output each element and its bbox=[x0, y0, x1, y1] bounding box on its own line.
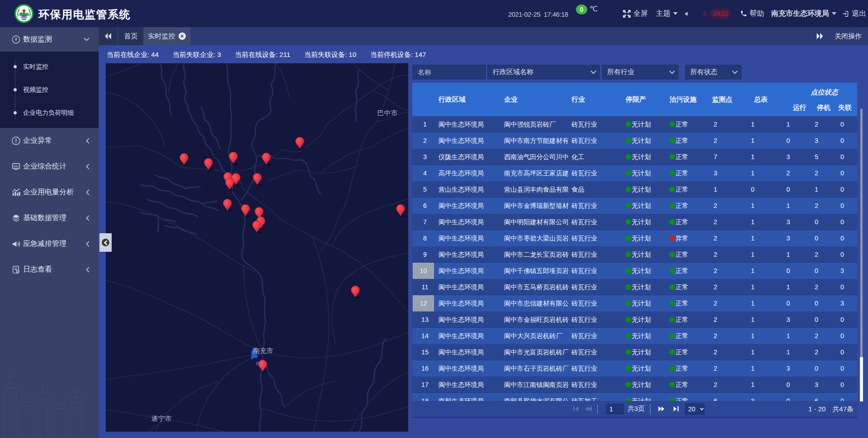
name-filter-input[interactable] bbox=[418, 68, 481, 76]
cell-text: 无计划 bbox=[632, 120, 651, 129]
sidebar-subitem-realtime[interactable]: 实时监控 bbox=[0, 55, 99, 78]
table-row[interactable]: 18南部生态环境局南部县珉华水泥有限公砖瓦加工无计划正常63060 bbox=[412, 393, 857, 401]
cell-stopped: 2 bbox=[806, 165, 827, 181]
green-status-dot-icon bbox=[670, 301, 675, 306]
table-row[interactable]: 5营山生态环境局营山县润丰肉食品有限食品无计划正常10010 bbox=[412, 181, 857, 198]
cell-text: 2 bbox=[714, 202, 717, 209]
cell-text: 2 bbox=[815, 170, 818, 177]
page-number-input[interactable] bbox=[606, 404, 624, 414]
cell-text: 5 bbox=[815, 153, 818, 160]
cell-text: 砖瓦行业 bbox=[571, 348, 597, 357]
page-size-select[interactable]: 20 bbox=[685, 403, 705, 415]
close-actions-button[interactable]: 关闭操作 bbox=[835, 32, 862, 41]
double-chevron-right-icon[interactable] bbox=[816, 33, 824, 39]
cell-text: 2 bbox=[714, 365, 717, 372]
green-status-dot-icon bbox=[626, 382, 631, 387]
cell-points: 2 bbox=[696, 311, 735, 328]
status-select[interactable]: 所有状态 bbox=[685, 65, 741, 80]
sidebar-item-logs[interactable]: 日志查看 bbox=[0, 257, 99, 283]
bullet-dot-icon bbox=[14, 111, 17, 114]
help-button[interactable]: 帮助 bbox=[740, 9, 764, 19]
cell-text: 1 bbox=[751, 153, 755, 160]
sidebar-item-company-abnormal[interactable]: 企业异常 bbox=[0, 128, 99, 154]
cell-meters: 1 bbox=[735, 132, 771, 149]
cell-text: 2 bbox=[714, 137, 717, 144]
region-select[interactable]: 行政区域名称 bbox=[487, 65, 600, 80]
tabs-scroll-left-button[interactable] bbox=[99, 27, 117, 45]
cell-text: 3 bbox=[423, 153, 427, 160]
sidebar-subitem-power-load[interactable]: 企业电力负荷明细 bbox=[0, 101, 99, 124]
cell-stopped: 2 bbox=[806, 198, 827, 214]
sidebar-item-company-stats[interactable]: 企业综合统计 bbox=[0, 154, 99, 179]
table-row[interactable]: 4高坪生态环境局南充市高坪区王家店建砖瓦行业无计划正常31220 bbox=[412, 165, 857, 181]
fullscreen-button[interactable]: 全屏 bbox=[623, 9, 648, 19]
cell-org: 仪陇生态环境局 bbox=[439, 149, 503, 165]
organization-dropdown[interactable]: 南充市生态环境局 bbox=[771, 9, 836, 19]
cell-stopped: 0 bbox=[806, 295, 827, 311]
sidebar-submenu: 实时监控 视频监控 企业电力负荷明细 bbox=[0, 52, 99, 128]
table-row[interactable]: 8阆中生态环境局阆中市枣碧大梁山页岩砖瓦行业无计划异常21300 bbox=[412, 230, 857, 246]
temperature-unit: ℃ bbox=[590, 5, 598, 13]
cell-meters: 1 bbox=[735, 214, 771, 230]
map-collapse-button[interactable] bbox=[99, 233, 112, 252]
scrollbar-thumb[interactable] bbox=[860, 357, 863, 401]
sidebar-item-data-monitoring[interactable]: 数据监测 bbox=[0, 27, 99, 52]
table-row[interactable]: 14阆中生态环境局阆中大兴页岩机砖厂砖瓦行业无计划正常21120 bbox=[412, 328, 857, 344]
table-row[interactable]: 13阆中生态环境局阆中市金福旺页岩机砖砖瓦行业无计划正常21300 bbox=[412, 311, 857, 328]
map-panel[interactable]: 巴中市南充市遂宁市 bbox=[106, 63, 408, 432]
cell-stopped: 6 bbox=[806, 393, 827, 401]
logout-button[interactable]: 退出 bbox=[842, 9, 866, 19]
sidebar-item-base-data[interactable]: 基础数据管理 bbox=[0, 205, 99, 231]
table-row[interactable]: 11阆中生态环境局阆中市五马桥页岩机砖砖瓦行业无计划正常21120 bbox=[412, 279, 857, 295]
sidebar-item-power-analysis[interactable]: 企业用电量分析 bbox=[0, 179, 99, 205]
cell-index: 16 bbox=[412, 360, 438, 377]
table-row[interactable]: 16阆中生态环境局阆中市石子页岩机砖厂砖瓦行业无计划正常21300 bbox=[412, 360, 857, 377]
cell-text: 1 bbox=[751, 170, 755, 177]
cell-text: 食品 bbox=[571, 185, 585, 194]
main-content: 首页 实时监控 ✕ 关闭操作 当前在线企业: 44 当前失联企业: 3 当前在线… bbox=[99, 27, 868, 438]
cell-text: 3 bbox=[840, 267, 844, 274]
cell-text: 南充市高坪区王家店建 bbox=[504, 169, 569, 178]
cell-org: 阆中生态环境局 bbox=[439, 328, 503, 344]
cell-text: 0 bbox=[840, 186, 844, 193]
green-status-dot-icon bbox=[670, 170, 675, 176]
theme-dropdown[interactable]: 主题 bbox=[656, 9, 678, 19]
tab-close-icon[interactable]: ✕ bbox=[179, 33, 186, 40]
table-row[interactable]: 7阆中生态环境局阆中明阳建材有限公司砖瓦行业无计划正常21300 bbox=[412, 214, 857, 230]
sidebar-subitem-video[interactable]: 视频监控 bbox=[0, 78, 99, 101]
industry-select[interactable]: 所有行业 bbox=[602, 65, 679, 80]
mute-button[interactable] bbox=[683, 10, 690, 17]
table-row[interactable]: 3仪陇生态环境局西南油气田分公司川中化工无计划正常71350 bbox=[412, 149, 857, 165]
last-page-button[interactable] bbox=[673, 405, 679, 412]
cell-index: 9 bbox=[412, 246, 438, 263]
cell-industry: 化工 bbox=[571, 149, 626, 165]
cell-industry: 砖瓦行业 bbox=[571, 311, 626, 328]
cell-lost: 0 bbox=[827, 311, 857, 328]
table-row[interactable]: 17阆中生态环境局阆中市江南镇阆南页岩砖瓦行业无计划正常21030 bbox=[412, 377, 857, 393]
cell-company: 阆中市南方节能建材有 bbox=[504, 132, 572, 149]
tab-realtime-active[interactable]: 实时监控 ✕ bbox=[143, 27, 190, 45]
table-row[interactable]: 9阆中生态环境局阆中市二龙长宝页岩砖砖瓦行业无计划正常21120 bbox=[412, 246, 857, 263]
green-status-dot-icon bbox=[626, 170, 631, 176]
sidebar-item-emergency[interactable]: 应急减排管理 bbox=[0, 231, 99, 257]
cell-text: 0 bbox=[815, 218, 818, 226]
cell-text: 无计划 bbox=[632, 185, 651, 194]
cell-text: 砖瓦加工 bbox=[571, 397, 597, 401]
cell-running: 1 bbox=[771, 246, 806, 263]
notifications[interactable]: 2632 bbox=[701, 9, 731, 19]
table-row[interactable]: 1阆中生态环境局阆中强锐页岩砖厂砖瓦行业无计划正常21120 bbox=[412, 116, 857, 132]
next-page-button[interactable] bbox=[657, 405, 665, 412]
prev-page-button[interactable] bbox=[585, 405, 593, 412]
tab-home[interactable]: 首页 bbox=[118, 27, 143, 45]
table-row[interactable]: 2阆中生态环境局阆中市南方节能建材有砖瓦行业无计划正常21030 bbox=[412, 132, 857, 149]
table-row[interactable]: 6阆中生态环境局阆中市金博瑞新型墙材砖瓦行业无计划正常21120 bbox=[412, 198, 857, 214]
cell-stopped: 3 bbox=[806, 377, 827, 393]
table-row[interactable]: 12阆中生态环境局阆中市忠信建材有限公砖瓦行业无计划正常21003 bbox=[412, 295, 857, 311]
cell-text: 0 bbox=[840, 170, 844, 177]
table-row[interactable]: 10阆中生态环境局阆中千佛镇五郎垭页岩砖瓦行业无计划正常21003 bbox=[412, 263, 857, 279]
chevron-down-icon bbox=[590, 68, 596, 74]
cell-company: 南充市高坪区王家店建 bbox=[504, 165, 572, 181]
first-page-button[interactable] bbox=[572, 405, 579, 412]
table-row[interactable]: 15阆中生态环境局阆中市光富页岩机砖厂砖瓦行业无计划正常21120 bbox=[412, 344, 857, 360]
name-filter[interactable] bbox=[412, 65, 486, 80]
